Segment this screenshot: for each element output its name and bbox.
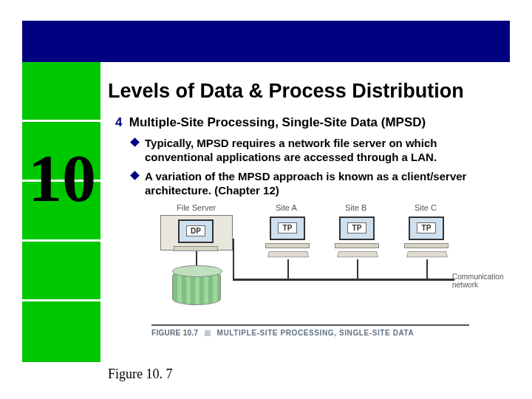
caption-text: MULTIPLE-SITE PROCESSING, SINGLE-SITE DA… (217, 329, 415, 337)
tp-badge: TP (347, 222, 366, 233)
site-node: Site B TP (332, 203, 385, 277)
tp-badge: TP (278, 222, 297, 233)
network-diagram: File Server DP Site A TP Site B TP Site … (151, 203, 482, 351)
square-icon (205, 330, 211, 336)
comm-network-label: Communication network (452, 273, 503, 289)
monitor-base-icon (335, 243, 379, 248)
diamond-icon (130, 171, 140, 180)
tp-badge: TP (417, 222, 436, 233)
connector-line (233, 239, 234, 280)
bullet-item: A variation of the MPSD approach is know… (145, 170, 507, 198)
header-bar (22, 21, 510, 62)
site-node: Site A TP (262, 203, 316, 277)
monitor-base-icon (174, 246, 218, 251)
site-node: Site C TP (401, 203, 454, 277)
figure-reference: Figure 10. 7 (108, 366, 173, 382)
diagram-caption: FIGURE 10.7 MULTIPLE-SITE PROCESSING, SI… (151, 329, 414, 337)
keyboard-icon (406, 251, 448, 257)
bullet-icon: 4 (115, 115, 126, 130)
keyboard-icon (267, 251, 309, 257)
chapter-number: 10 (18, 144, 106, 212)
site-label: Site C (415, 203, 437, 212)
caption-lead: FIGURE 10.7 (151, 329, 198, 337)
slide-title: Levels of Data & Process Distribution (108, 80, 514, 103)
site-label: Site B (345, 203, 366, 212)
heading-text: Multiple-Site Processing, Single-Site Da… (129, 115, 426, 129)
database-icon (172, 270, 221, 305)
monitor-base-icon (404, 243, 449, 248)
bullet-text: A variation of the MPSD approach is know… (145, 170, 466, 197)
file-server-label: File Server (177, 203, 216, 212)
monitor-base-icon (265, 243, 310, 248)
sidebar-segment (22, 242, 100, 299)
sidebar-segment (22, 301, 100, 362)
diamond-icon (130, 137, 140, 147)
site-label: Site A (276, 203, 297, 212)
dp-badge: DP (186, 225, 205, 236)
keyboard-icon (337, 251, 378, 257)
sidebar-segment (22, 62, 100, 120)
network-bus (233, 279, 454, 281)
section-heading: 4 Multiple-Site Processing, Single-Site … (115, 115, 514, 130)
bullet-item: Typically, MPSD requires a network file … (145, 137, 507, 165)
caption-rule (151, 324, 469, 326)
bullet-text: Typically, MPSD requires a network file … (145, 137, 437, 163)
